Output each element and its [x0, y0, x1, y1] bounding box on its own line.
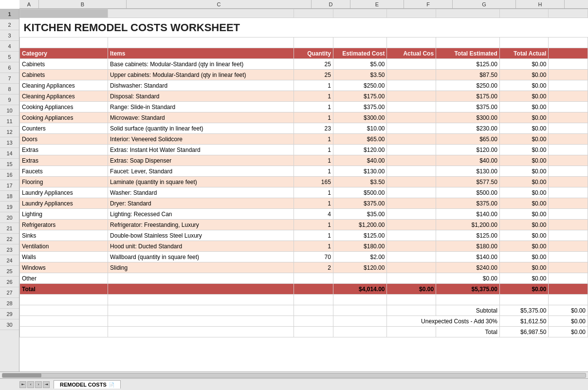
cell-qty[interactable]: 1 [294, 91, 333, 102]
cell-qty[interactable]: 25 [294, 59, 333, 70]
cell-tot-est[interactable]: $65.00 [436, 134, 500, 145]
row-num-2[interactable]: 2 [0, 19, 19, 30]
cell-tot-est[interactable]: $125.00 [436, 230, 500, 241]
cell-tot-act[interactable]: $0.00 [499, 102, 549, 112]
cell-est-cost[interactable]: $175.00 [333, 91, 387, 102]
row-num-3[interactable]: 3 [0, 30, 19, 41]
cell-act-cost[interactable] [387, 102, 436, 112]
cell-act-cost[interactable] [387, 112, 436, 123]
cell-qty[interactable]: 2 [294, 262, 333, 273]
row-num-16[interactable]: 16 [0, 169, 19, 180]
s30c3[interactable] [294, 327, 333, 337]
cell-tot-act[interactable]: $0.00 [499, 134, 549, 145]
cell-act-cost[interactable] [387, 273, 436, 284]
cell-tot-est[interactable]: $240.00 [436, 262, 500, 273]
s28c3[interactable] [294, 305, 333, 316]
cell-tot-est[interactable]: $300.00 [436, 112, 500, 123]
cell-tot-est[interactable]: $140.00 [436, 209, 500, 220]
row-num-13[interactable]: 13 [0, 137, 19, 148]
row-num-17[interactable]: 17 [0, 180, 19, 191]
cell-category[interactable]: Lighting [20, 209, 108, 220]
cell-act-cost[interactable] [387, 123, 436, 134]
r3c3[interactable] [294, 37, 333, 48]
cell-est-cost[interactable]: $120.00 [333, 262, 387, 273]
row-num-12[interactable]: 12 [0, 127, 19, 137]
cell-act-cost[interactable] [387, 187, 436, 198]
row-num-14[interactable]: 14 [0, 148, 19, 159]
cell-act-cost[interactable] [387, 145, 436, 155]
row-num-10[interactable]: 10 [0, 105, 19, 116]
cell-item[interactable]: Sliding [108, 262, 294, 273]
cell-category[interactable]: Cleaning Appliances [20, 80, 108, 91]
cell-extra[interactable] [549, 230, 588, 241]
cell-tot-est[interactable]: $577.50 [436, 177, 500, 187]
s30c4[interactable] [333, 327, 387, 337]
row-num-6[interactable]: 6 [0, 62, 19, 73]
cell-act-cost[interactable] [387, 230, 436, 241]
row-num-9[interactable]: 9 [0, 94, 19, 105]
scrollbar-thumb[interactable] [2, 373, 41, 377]
r3c7[interactable] [499, 37, 549, 48]
cell-tot-est[interactable]: $120.00 [436, 145, 500, 155]
cell-item[interactable]: Range: Slide-in Standard [108, 102, 294, 112]
cell-est-cost[interactable]: $3.50 [333, 70, 387, 80]
cell-est-cost[interactable]: $65.00 [333, 134, 387, 145]
row-num-23[interactable]: 23 [0, 244, 19, 255]
cell-tot-est[interactable]: $1,200.00 [436, 220, 500, 230]
cell-extra[interactable] [549, 145, 588, 155]
cell-qty[interactable] [294, 273, 333, 284]
cell-tot-act[interactable]: $0.00 [499, 252, 549, 262]
r3c4[interactable] [333, 37, 387, 48]
cell-est-cost[interactable]: $5.00 [333, 59, 387, 70]
cell-act-cost[interactable] [387, 252, 436, 262]
cell-category[interactable]: Extras [20, 145, 108, 155]
cell-qty[interactable]: 1 [294, 220, 333, 230]
cell-category[interactable]: Sinks [20, 230, 108, 241]
cell-tot-est[interactable]: $500.00 [436, 187, 500, 198]
row-num-22[interactable]: 22 [0, 234, 19, 244]
cell-category[interactable]: Laundry Appliances [20, 198, 108, 209]
s28c1[interactable] [20, 305, 108, 316]
cell-extra[interactable] [549, 220, 588, 230]
cell-est-cost[interactable]: $10.00 [333, 123, 387, 134]
s28c4[interactable] [333, 305, 387, 316]
cell-item[interactable]: Dryer: Standard [108, 198, 294, 209]
s29c2[interactable] [108, 316, 294, 327]
s30c2[interactable] [108, 327, 294, 337]
r1c6[interactable] [436, 9, 500, 18]
cell-est-cost[interactable]: $3.50 [333, 177, 387, 187]
cell-tot-est[interactable]: $250.00 [436, 80, 500, 91]
cell-est-cost[interactable]: $2.00 [333, 252, 387, 262]
r1c5[interactable] [387, 9, 436, 18]
cell-act-cost[interactable] [387, 209, 436, 220]
r27c1[interactable] [20, 295, 108, 305]
cell-item[interactable]: Lighting: Recessed Can [108, 209, 294, 220]
sheet-tab-remodel-costs[interactable]: REMODEL COSTS 📄 [54, 380, 121, 389]
cell-act-cost[interactable] [387, 166, 436, 177]
cell-est-cost[interactable]: $120.00 [333, 145, 387, 155]
cell-category[interactable]: Cabinets [20, 59, 108, 70]
cell-est-cost[interactable]: $180.00 [333, 241, 387, 252]
cell-est-cost[interactable] [333, 273, 387, 284]
cell-act-cost[interactable] [387, 134, 436, 145]
cell-item[interactable]: Hood unit: Ducted Standard [108, 241, 294, 252]
r27c6[interactable] [436, 295, 500, 305]
cell-act-cost[interactable] [387, 80, 436, 91]
cell-category[interactable]: Refrigerators [20, 220, 108, 230]
cell-tot-act[interactable]: $0.00 [499, 241, 549, 252]
cell-tot-act[interactable]: $0.00 [499, 59, 549, 70]
cell-act-cost[interactable] [387, 220, 436, 230]
row-num-18[interactable]: 18 [0, 191, 19, 202]
cell-extra[interactable] [549, 80, 588, 91]
cell-tot-act[interactable]: $0.00 [499, 220, 549, 230]
cell-qty[interactable]: 1 [294, 102, 333, 112]
r27c4[interactable] [333, 295, 387, 305]
cell-tot-act[interactable]: $0.00 [499, 230, 549, 241]
cell-qty[interactable]: 70 [294, 252, 333, 262]
cell-category[interactable]: Cooking Appliances [20, 112, 108, 123]
cell-item[interactable]: Extras: Soap Dispenser [108, 155, 294, 166]
cell-extra[interactable] [549, 252, 588, 262]
cell-extra[interactable] [549, 70, 588, 80]
row-num-5[interactable]: 5 [0, 52, 19, 62]
cell-est-cost[interactable]: $250.00 [333, 80, 387, 91]
